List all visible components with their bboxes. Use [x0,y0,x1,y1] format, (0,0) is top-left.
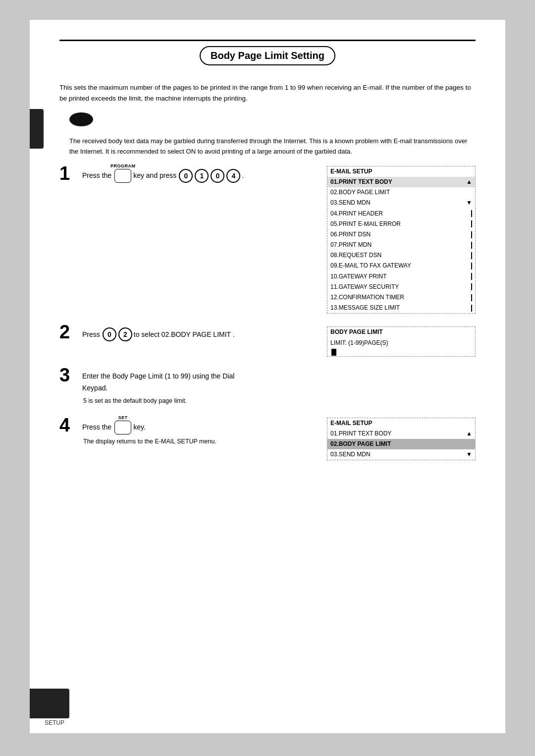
step-3-line1: Enter the Body Page Limit (1 to 99) usin… [82,371,476,382]
step-1-suffix: . [242,170,244,182]
set-key[interactable]: SET [114,421,131,434]
key2-0[interactable]: 0 [103,327,116,341]
display1-item-0: 01.PRINT TEXT BODY ▲ [327,177,475,187]
display2-item-0: LIMIT: (1-99)PAGE(S) [327,338,475,348]
display3-arrow-down: ▼ [466,450,472,459]
step-4-display: E-MAIL SETUP 01.PRINT TEXT BODY ▲ 02.BOD… [327,418,476,461]
arrow-down-icon: ▼ [466,198,472,208]
step-4-suffix: key. [133,422,146,433]
note-text: The received body text data may be garbl… [69,136,476,157]
step-2-suffix: to select 02.BODY PAGE LIMIT . [134,329,235,341]
step-2-inline: Press 0 2 to select 02.BODY PAGE LIMIT . [82,327,317,341]
step-3-number: 3 [59,366,77,384]
display-box-1: E-MAIL SETUP 01.PRINT TEXT BODY ▲ 02.BOD… [327,166,476,314]
display1-item-8: 09.E-MAIL TO FAX GATEWAY [327,261,475,271]
display1-item-10: 11.GATEWAY SECURITY [327,282,475,292]
step-3-subtext: 5 is set as the default body page limit. [83,396,476,406]
display3-item-2: 03.SEND MDN ▼ [327,449,475,460]
key-1[interactable]: 1 [195,169,209,183]
footer-label: SETUP [45,719,64,726]
display1-header: E-MAIL SETUP [327,166,475,177]
display1-item-6: 07.PRINT MDN [327,240,475,250]
step-2-row: 2 Press 0 2 to select 02.BODY PAGE LIMIT… [59,324,476,356]
step-2-content: Press 0 2 to select 02.BODY PAGE LIMIT . [82,324,317,341]
bottom-tab [30,689,69,718]
key2-2[interactable]: 2 [118,327,132,341]
step-1-content: Press the PROGRAM key and press 0 1 0 4 … [82,166,317,183]
title-container: Body Page Limit Setting [59,46,476,74]
step-4-row: 4 Press the SET key. The display returns… [59,418,476,461]
cursor-icon [331,349,336,356]
step-4-inline: Press the SET key. [82,421,317,434]
key-0a[interactable]: 0 [179,169,193,183]
step-1-inline: Press the PROGRAM key and press 0 1 0 4 … [82,169,317,183]
arrow-up-icon: ▲ [466,177,472,187]
step-4-content: Press the SET key. The display returns t… [82,418,317,447]
step-2-prefix: Press [82,329,100,341]
step-1-display: E-MAIL SETUP 01.PRINT TEXT BODY ▲ 02.BOD… [327,166,476,314]
display1-item-11: 12.CONFIRMATION TIMER [327,292,475,303]
program-key[interactable]: PROGRAM [114,169,131,183]
program-key-label: PROGRAM [110,162,136,170]
display2-cursor-row [327,348,475,356]
step-2-number: 2 [59,323,77,341]
page-title: Body Page Limit Setting [200,46,335,65]
key-4[interactable]: 4 [226,169,240,183]
display2-header: BODY PAGE LIMIT [327,327,475,337]
display1-item-7: 08.REQUEST DSN [327,250,475,261]
step-1-middle: key and press [133,170,176,182]
display-box-3: E-MAIL SETUP 01.PRINT TEXT BODY ▲ 02.BOD… [327,418,476,461]
display1-item-4: 05.PRINT E-MAIL ERROR [327,219,475,229]
step-1-number: 1 [59,164,77,183]
set-key-label: SET [118,414,128,422]
steps-container: 1 Press the PROGRAM key and press 0 1 0 … [59,166,476,461]
display1-item-1: 02.BODY PAGE LIMIT [327,187,475,198]
key-0b[interactable]: 0 [211,169,224,183]
display3-header: E-MAIL SETUP [327,418,475,429]
display1-item-5: 06.PRINT DSN [327,229,475,240]
step-1-prefix: Press the [82,170,111,182]
step-4-subtext: The display returns to the E-MAIL SETUP … [83,436,317,447]
step-3-line2: Keypad. [82,382,476,394]
left-tab [30,109,44,149]
display3-arrow-up: ▲ [466,429,472,438]
page: Body Page Limit Setting This sets the ma… [30,20,505,733]
step-4-prefix: Press the [82,422,111,433]
step-3-row: 3 Enter the Body Page Limit (1 to 99) us… [59,368,476,407]
display3-item-0: 01.PRINT TEXT BODY ▲ [327,429,475,439]
display1-item-12: 13.MESSAGE SIZE LIMIT [327,303,475,313]
display3-item-1: 02.BODY PAGE LIMIT [327,439,475,449]
step-3-content: Enter the Body Page Limit (1 to 99) usin… [82,368,476,407]
note-icon [69,112,93,126]
display1-item-9: 10.GATEWAY PRINT [327,271,475,282]
description-text: This sets the maximum number of the page… [59,82,476,104]
display-box-2: BODY PAGE LIMIT LIMIT: (1-99)PAGE(S) [327,326,476,356]
step-2-display: BODY PAGE LIMIT LIMIT: (1-99)PAGE(S) [327,326,476,356]
display1-item-2: 03.SEND MDN ▼ [327,198,475,208]
step-1-row: 1 Press the PROGRAM key and press 0 1 0 … [59,166,476,314]
display1-item-3: 04.PRINT HEADER [327,209,475,219]
step-4-number: 4 [59,416,77,434]
